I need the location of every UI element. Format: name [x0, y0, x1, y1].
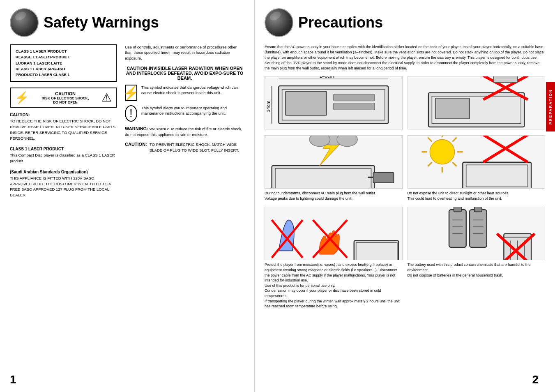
lightning-left-icon: ⚡ — [15, 91, 29, 104]
caution-center-text: CAUTION RISK OF ELECTRIC SHOCK,DO NOT OP… — [33, 91, 97, 104]
svg-rect-3 — [334, 94, 375, 101]
prec-section-3: During thunderstorms, disconnect AC main… — [265, 135, 403, 201]
laser-class-text: CLASS 1 LASER PRODUCTKLASSE 1 LASER PROD… — [16, 48, 111, 78]
page-num-right: 2 — [532, 373, 539, 386]
thunderstorm-svg — [265, 135, 402, 189]
caution-label: CAUTION — [33, 91, 97, 96]
symbol1-text: This symbol indicates that dangerous vol… — [141, 85, 244, 96]
svg-rect-2 — [286, 91, 327, 115]
svg-rect-4 — [334, 103, 375, 110]
caution-warning-section: CAUTION: TO REDUCE THE RISK OF ELECTRIC … — [10, 113, 117, 141]
prec-section-5: Protect the player from moisture(i.e. va… — [265, 207, 403, 309]
prec-image-2 — [408, 76, 546, 129]
prec-section-6: The battery used with this product conta… — [408, 207, 546, 309]
intro-body: Use of controls, adjustments or performa… — [125, 44, 244, 61]
prec-image-1: 140cm 14cm — [265, 76, 403, 129]
intro-text: Use of controls, adjustments or performa… — [125, 44, 244, 61]
prec-image-6 — [408, 207, 546, 260]
svg-rect-17 — [373, 172, 394, 182]
prec-desc-4: Do not expose the unit to direct sunligh… — [408, 191, 546, 201]
electric-shock-icon: ⚡ — [125, 85, 137, 101]
svg-rect-40 — [356, 242, 397, 260]
svg-point-20 — [309, 135, 330, 146]
svg-line-27 — [428, 137, 432, 141]
prec-desc-6: The battery used with this product conta… — [408, 262, 546, 278]
prec-desc-3: During thunderstorms, disconnect AC main… — [265, 191, 403, 201]
svg-line-30 — [428, 162, 432, 166]
right-page: Precautions Ensure that the AC power sup… — [255, 0, 555, 392]
left-page: Safety Warnings CLASS 1 LASER PRODUCTKLA… — [0, 0, 255, 392]
sunlight-svg — [408, 135, 545, 189]
svg-point-22 — [430, 139, 454, 164]
ventilation-svg: 140cm 14cm — [265, 76, 402, 129]
top-description: Ensure that the AC power supply in your … — [265, 44, 545, 71]
caution-warning-body: TO REDUCE THE RISK OF ELECTRIC SHOCK, DO… — [10, 118, 117, 141]
prec-section-2 — [408, 76, 546, 129]
laser-class-box: CLASS 1 LASER PRODUCTKLASSE 1 LASER PROD… — [10, 44, 117, 82]
prec-image-4 — [408, 135, 546, 189]
caution-subtitle: RISK OF ELECTRIC SHOCK,DO NOT OPEN — [33, 96, 97, 104]
prec-section-1: 140cm 14cm — [265, 76, 403, 129]
svg-rect-43 — [470, 210, 487, 247]
moisture-svg — [265, 207, 402, 260]
svg-point-21 — [337, 135, 357, 146]
svg-rect-14 — [493, 76, 517, 82]
no-stack-svg — [408, 76, 545, 129]
svg-text:14cm: 14cm — [265, 100, 271, 112]
svg-rect-41 — [449, 210, 466, 247]
exclamation-icon: ! — [125, 105, 137, 122]
saudi-section: (Saudi Arabian Standards Organisation) T… — [10, 170, 117, 198]
symbol2-row: ! This symbol alerts you to important op… — [125, 105, 244, 122]
battery-svg — [408, 207, 545, 260]
svg-line-28 — [452, 162, 456, 166]
caution-warning-title: CAUTION: — [10, 113, 117, 117]
right-header-circle — [265, 8, 293, 37]
caution-symbol-box: ⚡ CAUTION RISK OF ELECTRIC SHOCK,DO NOT … — [10, 88, 117, 108]
svg-line-29 — [452, 137, 456, 141]
prec-image-5 — [265, 207, 403, 260]
svg-rect-44 — [474, 207, 481, 212]
symbol2-text: This symbol alerts you to important oper… — [141, 105, 244, 116]
svg-rect-16 — [275, 168, 371, 189]
prec-image-3 — [265, 135, 403, 189]
saudi-title: (Saudi Arabian Standards Organisation) — [10, 170, 117, 174]
caution-plug-text: TO PREVENT ELECTRIC SHOCK, MATCH WIDE BL… — [150, 142, 244, 153]
class1-title: CLASS 1 LASER PRODUCT — [10, 147, 117, 151]
prec-section-4: Do not expose the unit to direct sunligh… — [408, 135, 546, 201]
prec-desc-5: Protect the player from moisture(i.e. va… — [265, 262, 403, 309]
left-page-title: Safety Warnings — [44, 14, 159, 31]
svg-rect-11 — [435, 98, 469, 119]
class1-section: CLASS 1 LASER PRODUCT This Compact Disc … — [10, 147, 117, 164]
warning-line: WARNING: WARNING: To reduce the risk of … — [125, 126, 244, 138]
svg-text:140cm: 140cm — [320, 76, 334, 78]
left-header-circle — [10, 8, 39, 37]
right-header: Precautions — [265, 8, 545, 37]
saudi-body: THIS APPLIANCE IS FITTED WITH 220V SASO … — [10, 175, 117, 198]
symbol1-row: ⚡ This symbol indicates that dangerous v… — [125, 85, 244, 101]
caution-plug-row: CAUTION: TO PREVENT ELECTRIC SHOCK, MATC… — [125, 142, 244, 153]
page-num-left: 1 — [10, 373, 16, 386]
svg-rect-32 — [466, 165, 527, 187]
lightning-right-icon: ⚠ — [101, 91, 112, 104]
svg-rect-42 — [454, 207, 461, 212]
right-page-title: Precautions — [298, 14, 383, 31]
preparation-tab: PREPARATION — [546, 82, 555, 131]
left-header: Safety Warnings — [10, 8, 244, 37]
class1-body: This Compact Disc player is classified a… — [10, 152, 117, 164]
caution-invisible-text: CAUTION-INVISIBLE LASER RADIATION WHEN O… — [125, 66, 244, 81]
